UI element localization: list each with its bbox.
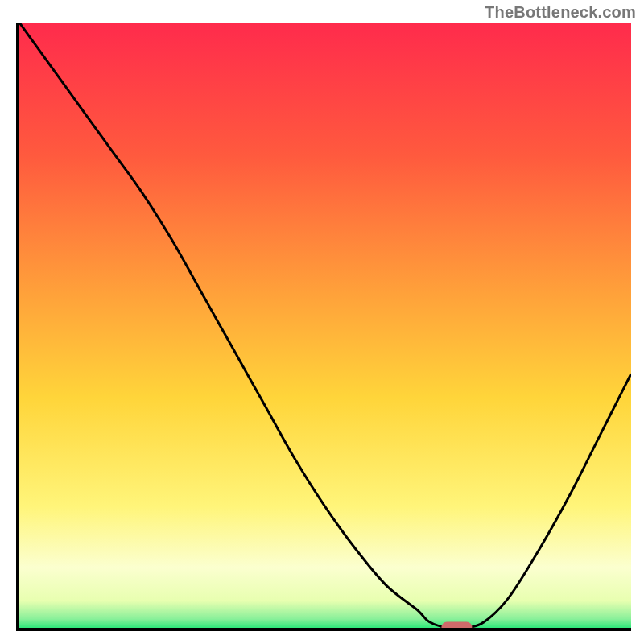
attribution-label: TheBottleneck.com <box>485 3 636 22</box>
optimal-marker <box>441 621 472 628</box>
curve-layer <box>19 23 631 628</box>
plot-area <box>16 23 631 631</box>
chart-frame: TheBottleneck.com <box>0 0 644 644</box>
bottleneck-curve <box>19 23 631 628</box>
